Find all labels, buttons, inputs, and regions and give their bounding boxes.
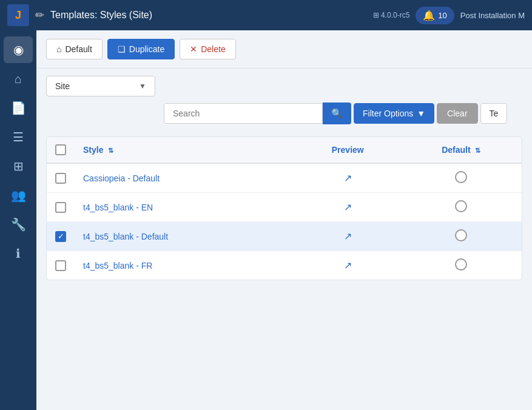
users-icon: 👥 [11,188,26,203]
sidebar-item-tools[interactable]: 🔧 [4,211,33,238]
default-cell [401,193,522,222]
joomla-logo: J [7,4,29,26]
logo-text: J [15,9,21,22]
external-link-icon[interactable]: ↗ [344,231,352,241]
chevron-down-icon: ▼ [139,82,146,90]
style-name-link[interactable]: Cassiopeia - Default [83,173,160,183]
preview-cell: ↗ [295,193,401,222]
delete-x-icon: ✕ [190,44,197,54]
toolbar: ⌂ Default ❏ Duplicate ✕ Delete [36,30,532,69]
duplicate-icon: ❏ [118,44,126,54]
te-label: Te [490,109,499,118]
site-dropdown[interactable]: Site ▼ [46,76,155,96]
topbar-right: ⊞ 4.0.0-rc5 🔔 10 Post Installation M [373,7,525,24]
sidebar-item-toggle[interactable]: ◉ [4,36,33,63]
clear-label: Clear [447,109,467,118]
external-link-icon[interactable]: ↗ [344,260,352,271]
search-icon: 🔍 [331,108,343,118]
search-row: 🔍 Filter Options ▼ Clear Te [36,96,532,130]
list-icon: ☰ [13,130,24,144]
tools-icon: 🔧 [11,217,26,232]
sidebar-item-list[interactable]: ☰ [4,124,33,150]
te-button[interactable]: Te [480,103,508,124]
version-badge: ⊞ 4.0.0-rc5 [373,11,410,19]
style-name-link[interactable]: t4_bs5_blank - FR [83,261,152,271]
default-cell [401,163,522,193]
main-content: ⌂ Default ❏ Duplicate ✕ Delete Site ▼ [36,30,532,410]
default-button[interactable]: ⌂ Default [46,39,103,59]
default-header-label: Default [442,145,470,155]
table-row: ✓t4_bs5_blank - Default↗ [47,222,522,251]
sort-arrows-icon: ⇅ [108,147,113,154]
external-link-icon[interactable]: ↗ [344,202,352,212]
filter-bar: Site ▼ [36,69,532,96]
th-preview: Preview [295,137,401,163]
table-row: t4_bs5_blank - EN↗ [47,193,522,222]
document-icon: 📄 [11,101,26,115]
preview-cell: ↗ [295,163,401,193]
sidebar-item-info[interactable]: ℹ [4,240,33,267]
search-button[interactable]: 🔍 [323,102,351,124]
sidebar-item-puzzle[interactable]: ⊞ [4,153,33,180]
default-radio[interactable] [455,200,467,212]
row-checkbox[interactable]: ✓ [55,231,66,242]
select-all-checkbox[interactable] [55,144,66,155]
sidebar-item-users[interactable]: 👥 [4,182,33,209]
th-checkbox [47,137,75,163]
puzzle-icon: ⊞ [13,159,24,173]
bell-icon: 🔔 [423,10,435,21]
sidebar-item-document[interactable]: 📄 [4,95,33,121]
duplicate-label: Duplicate [129,44,164,54]
search-input[interactable] [164,104,322,123]
default-radio[interactable] [455,171,467,183]
row-checkbox[interactable] [55,202,66,213]
filter-chevron-icon: ▼ [417,109,425,118]
th-style[interactable]: Style ⇅ [75,137,295,163]
notification-count: 10 [438,11,446,20]
sidebar-item-home[interactable]: ⌂ [4,66,33,92]
toggle-icon: ◉ [13,42,24,57]
delete-label: Delete [201,44,225,54]
home-btn-icon: ⌂ [56,44,61,54]
clear-button[interactable]: Clear [437,103,477,124]
post-install-text: Post Installation M [460,11,525,20]
search-input-wrap [164,103,323,124]
default-cell [401,251,522,280]
notification-button[interactable]: 🔔 10 [416,7,454,24]
default-cell [401,222,522,251]
external-link-icon[interactable]: ↗ [344,173,352,183]
page-title-topbar: Templates: Styles (Site) [50,10,367,21]
preview-header-label: Preview [332,145,364,155]
pencil-icon: ✏ [35,8,44,22]
styles-table: Style ⇅ Preview Default ⇅ Cassiopeia - D… [46,136,522,280]
filter-options-label: Filter Options [363,109,413,118]
default-label: Default [65,44,92,54]
style-name-link[interactable]: t4_bs5_blank - EN [83,203,153,212]
sidebar: ◉ ⌂ 📄 ☰ ⊞ 👥 🔧 ℹ [0,30,36,410]
row-checkbox[interactable] [55,260,66,271]
site-dropdown-label: Site [55,81,70,91]
style-name-link[interactable]: t4_bs5_blank - Default [83,232,168,241]
table-row: t4_bs5_blank - FR↗ [47,251,522,280]
preview-cell: ↗ [295,222,401,251]
row-checkbox[interactable] [55,173,66,184]
topbar: J ✏ Templates: Styles (Site) ⊞ 4.0.0-rc5… [0,0,532,30]
filter-options-button[interactable]: Filter Options ▼ [354,103,434,124]
home-icon: ⌂ [15,72,22,86]
style-header-label: Style [83,145,103,155]
preview-cell: ↗ [295,251,401,280]
info-icon: ℹ [16,246,21,261]
th-default[interactable]: Default ⇅ [401,137,522,163]
layout: ◉ ⌂ 📄 ☰ ⊞ 👥 🔧 ℹ ⌂ Default [0,30,532,410]
duplicate-button[interactable]: ❏ Duplicate [107,39,175,59]
default-radio[interactable] [455,258,467,271]
delete-button[interactable]: ✕ Delete [180,39,235,59]
table-row: Cassiopeia - Default↗ [47,163,522,193]
default-radio[interactable] [455,229,467,241]
default-sort-icon: ⇅ [475,147,480,154]
